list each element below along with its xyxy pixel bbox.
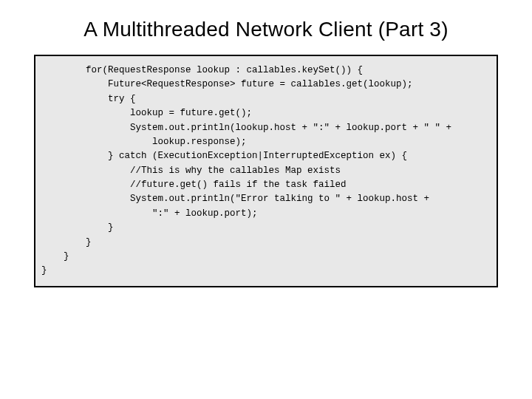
slide-container: A Multithreaded Network Client (Part 3) … [0,0,532,399]
slide-title: A Multithreaded Network Client (Part 3) [34,18,498,41]
code-block: for(RequestResponse lookup : callables.k… [34,55,498,287]
